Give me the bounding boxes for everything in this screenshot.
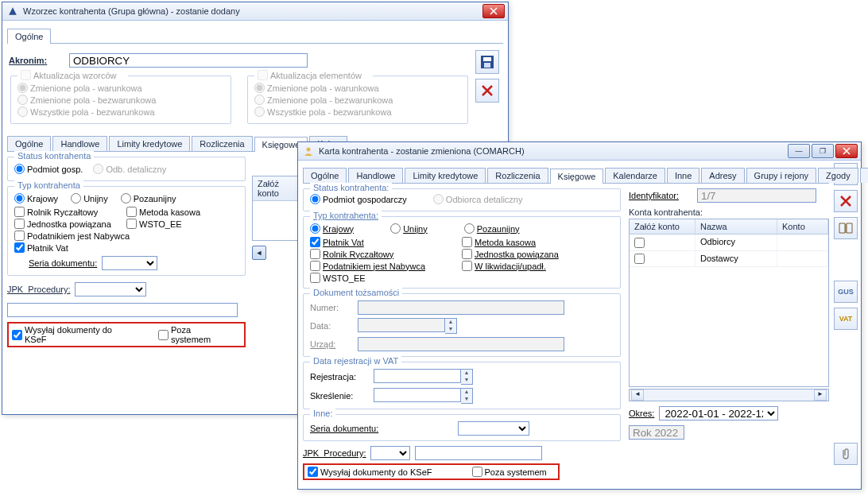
row-chk[interactable] <box>634 238 645 248</box>
tab2-adresy[interactable]: Adresy <box>701 168 744 183</box>
chk-ksef[interactable]: Wysyłaj dokumenty do KSeF <box>12 325 136 344</box>
top-tabstrip: Ogólne <box>7 25 503 44</box>
table-row[interactable]: Dostawcy <box>630 251 828 268</box>
typ2-krajowy[interactable]: Krajowy <box>310 223 354 234</box>
konta-label: Konta kontrahenta: <box>629 207 829 217</box>
inne-seria-label[interactable]: Seria dokumentu: <box>310 424 405 433</box>
th-konto[interactable]: Konto <box>777 219 828 234</box>
tab-ogolne-top[interactable]: Ogólne <box>7 29 51 44</box>
table-hscroll[interactable]: ◄ ► <box>629 389 829 401</box>
vat-skr-input[interactable]: ▲▼ <box>374 388 614 404</box>
typ-unijny[interactable]: Unijny <box>71 193 108 203</box>
chk-nabywca[interactable]: Podatnikiem jest Nabywca <box>14 231 231 241</box>
window-min-button[interactable]: — <box>788 144 810 158</box>
jpk-input[interactable] <box>7 303 238 317</box>
th-zaloz[interactable]: Załóż konto <box>253 176 300 200</box>
tab-handlowe[interactable]: Handlowe <box>52 136 107 151</box>
tab2-rozliczenia[interactable]: Rozliczenia <box>487 168 548 183</box>
inne-seria-select[interactable] <box>458 421 529 436</box>
chk2-likw[interactable]: W likwidacji/upadł. <box>462 261 606 271</box>
chk-rolnik[interactable]: Rolnik Ryczałtowy <box>14 207 118 217</box>
status2-podmiot[interactable]: Podmiot gospodarczy <box>310 194 407 204</box>
status-podmiot-radio[interactable]: Podmiot gosp. <box>14 164 83 174</box>
tab-limity[interactable]: Limity kredytowe <box>109 136 190 151</box>
scroll-left-icon[interactable]: ◄ <box>252 246 266 260</box>
dok-numer-input <box>358 300 564 315</box>
scroll-right-btn[interactable]: ► <box>814 389 827 401</box>
gw-r2 <box>17 95 28 105</box>
group-status: Status kontrahenta Podmiot gosp. Odb. de… <box>7 157 246 181</box>
window-close-button-2[interactable] <box>835 144 858 158</box>
tab2-limity[interactable]: Limity kredytowe <box>405 168 486 183</box>
dok-urzad-label[interactable]: Urząd: <box>310 339 358 349</box>
akronim-label: Akronim: <box>9 56 64 65</box>
wzorcow-enable-checkbox <box>21 70 31 80</box>
window-karta: Karta kontrahenta - zostanie zmieniona (… <box>297 141 862 490</box>
chk-jednostka[interactable]: Jednostka powiązana <box>14 219 118 229</box>
vat-rej-input[interactable]: ▲▼ <box>374 369 614 385</box>
chk2-kasowa[interactable]: Metoda kasowa <box>462 237 606 247</box>
save-button[interactable] <box>475 50 499 74</box>
chk-wsto[interactable]: WSTO_EE <box>126 219 231 229</box>
chk2-platnik[interactable]: Płatnik Vat <box>310 237 454 247</box>
group-inne: Inne: Seria dokumentu: <box>303 414 621 441</box>
jpk-label-2[interactable]: JPK_Procedury: <box>303 448 366 458</box>
table-konto-left[interactable]: Załóż konto <box>252 176 301 241</box>
ident-label[interactable]: Identyfikator: <box>629 191 692 200</box>
cancel-button[interactable] <box>475 79 499 103</box>
chk-kasowa[interactable]: Metoda kasowa <box>126 207 231 217</box>
th-zaloz-2[interactable]: Załóż konto <box>630 219 696 234</box>
tab2-zgody[interactable]: Zgody <box>818 168 858 183</box>
okres-select[interactable]: 2022-01-01 - 2022-12-31 <box>659 406 778 420</box>
group-wzorcow: Aktualizacja wzorców Zmienione pola - wa… <box>10 76 231 124</box>
typ2-unijny[interactable]: Unijny <box>390 223 428 234</box>
jpk-select[interactable] <box>75 282 146 296</box>
tab-rozliczenia[interactable]: Rozliczenia <box>192 136 252 151</box>
th-nazwa[interactable]: Nazwa <box>696 219 777 234</box>
tab2-ogolne[interactable]: Ogólne <box>303 168 347 183</box>
ge-r3 <box>254 107 265 117</box>
konta-table[interactable]: Załóż konto Nazwa Konto Odbiorcy Dostawc… <box>629 219 829 387</box>
svg-point-3 <box>307 148 311 152</box>
seria-select[interactable] <box>102 256 157 270</box>
chk-ksef-2[interactable]: Wysyłaj dokumenty do KSeF <box>308 467 432 477</box>
chk2-nabywca[interactable]: Podatnikiem jest Nabywca <box>310 261 454 271</box>
chk2-jedn[interactable]: Jednostka powiązana <box>462 249 606 259</box>
window-close-button[interactable] <box>482 4 505 18</box>
typ2-pozaunijny[interactable]: Pozaunijny <box>464 223 520 234</box>
row-chk[interactable] <box>634 254 645 264</box>
svg-rect-2 <box>484 63 490 68</box>
tab-ogolne[interactable]: Ogólne <box>7 136 51 151</box>
tab2-ksiegowe[interactable]: Księgowe <box>550 169 604 184</box>
window-max-button[interactable]: ❐ <box>812 144 834 158</box>
akronim-input[interactable] <box>69 53 308 68</box>
typ-krajowy[interactable]: Krajowy <box>14 193 58 203</box>
scroll-left-btn[interactable]: ◄ <box>631 389 644 401</box>
tab2-inne[interactable]: Inne <box>667 168 699 183</box>
tab2-kalendarze[interactable]: Kalendarze <box>605 168 665 183</box>
status2-odb[interactable]: Odbiorca detaliczny <box>433 194 523 204</box>
titlebar[interactable]: Wzorzec kontrahenta (Grupa główna) - zos… <box>2 2 508 21</box>
typ-pozaunijny[interactable]: Pozaunijny <box>121 193 176 203</box>
app-logo-icon <box>7 6 18 17</box>
seria-label[interactable]: Seria dokumentu: <box>29 258 97 268</box>
jpk-input-2[interactable] <box>415 446 542 460</box>
chk-platnik[interactable]: Płatnik Vat <box>14 242 231 253</box>
group-typ-2: Typ kontrahenta: Krajowy Unijny Pozaunij… <box>303 216 621 289</box>
chk2-rolnik[interactable]: Rolnik Ryczałtowy <box>310 249 454 259</box>
ge-r1 <box>254 83 265 93</box>
tab2-grupy[interactable]: Grupy i rejony <box>746 168 816 183</box>
chk-poza-2[interactable]: Poza systemem <box>472 467 547 477</box>
jpk-select-2[interactable] <box>370 446 410 460</box>
chk-poza[interactable]: Poza systemem <box>158 325 233 344</box>
table-row[interactable]: Odbiorcy <box>630 234 828 251</box>
status-odb-radio[interactable]: Odb. detaliczny <box>93 164 166 174</box>
titlebar-2[interactable]: Karta kontrahenta - zostanie zmieniona (… <box>298 142 861 161</box>
tab2-handlowe[interactable]: Handlowe <box>348 168 403 183</box>
okres-label[interactable]: Okres: <box>629 409 654 418</box>
chk2-wsto[interactable]: WSTO_EE <box>310 273 454 283</box>
elementow-enable-checkbox <box>258 70 268 80</box>
tab2-osoby[interactable]: Osoby <box>860 168 868 183</box>
dok-data-label: Data: <box>310 321 358 331</box>
ksef-highlight-2: Wysyłaj dokumenty do KSeF Poza systemem <box>303 463 560 480</box>
